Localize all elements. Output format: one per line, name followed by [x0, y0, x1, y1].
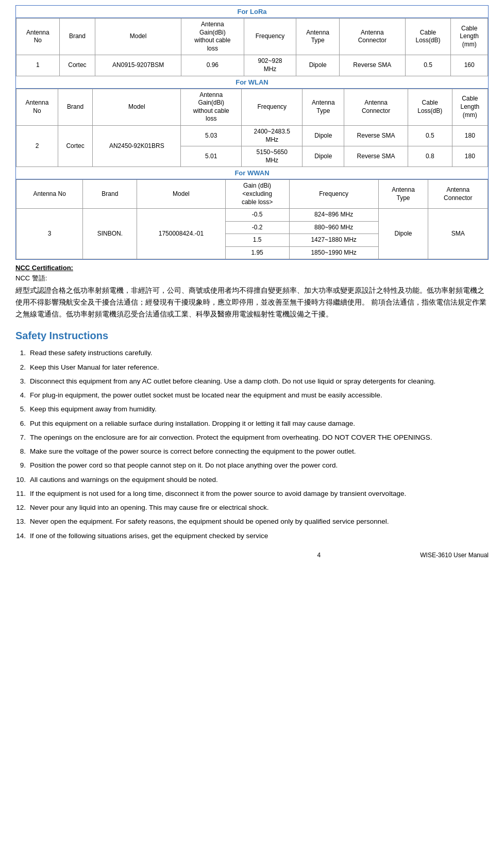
col-brand: Brand [59, 19, 95, 55]
ncc-warning-title: NCC 警語: [15, 274, 489, 283]
wlan-connector-2: Reverse SMA [344, 146, 408, 167]
wwan-col-model: Model [137, 180, 225, 209]
lora-connector: Reverse SMA [340, 55, 406, 76]
safety-list-item: 7.The openings on the enclosure are for … [15, 432, 489, 443]
ncc-title: NCC Certification: [15, 264, 489, 272]
safety-list-item: 8.Make sure the voltage of the power sou… [15, 446, 489, 457]
wlan-col-type: AntennaType [303, 89, 344, 125]
wlan-brand: Cortec [58, 125, 92, 166]
ncc-text: 經型式認證合格之低功率射頻電機，非經許可，公司、商號或使用者均不得擅自變更頻率、… [15, 285, 489, 321]
safety-item-text: Never open the equipment. For safety rea… [30, 516, 489, 527]
safety-item-num: 9. [15, 460, 30, 471]
col-frequency: Frequency [244, 19, 296, 55]
wlan-gain-2: 5.01 [181, 146, 242, 167]
wwan-col-brand: Brand [83, 180, 137, 209]
wwan-model: 1750008424.-01 [137, 209, 225, 259]
lora-header: For LoRa [16, 6, 488, 18]
antenna-tables: For LoRa AntennaNo Brand Model AntennaGa… [15, 5, 489, 260]
wwan-frequency-2: 880~960 MHz [289, 221, 378, 234]
safety-item-text: Read these safety instructions carefully… [30, 348, 489, 358]
safety-item-text: Keep this User Manual for later referenc… [30, 362, 489, 373]
wlan-no: 2 [16, 125, 58, 166]
page-footer: 4 WISE-3610 User Manual [15, 552, 489, 559]
wlan-table: AntennaNo Brand Model AntennaGain(dBi)wi… [16, 89, 488, 168]
lora-cable-length: 160 [451, 55, 488, 76]
wlan-cable-loss-2: 0.8 [408, 146, 452, 167]
safety-item-num: 13. [15, 516, 30, 527]
wlan-row-1: 2 Cortec AN2450-92K01BRS 5.03 2400~2483.… [16, 125, 488, 146]
lora-row-1: 1 Cortec AN0915-9207BSM 0.96 902~928MHz … [16, 55, 488, 76]
wwan-gain-1: -0.5 [225, 209, 289, 222]
safety-item-text: Put this equipment on a reliable surface… [30, 419, 489, 429]
safety-item-num: 3. [15, 376, 30, 387]
col-cable-loss: CableLoss(dB) [405, 19, 451, 55]
lora-cable-loss: 0.5 [405, 55, 451, 76]
wwan-brand: SINBON. [83, 209, 137, 259]
wlan-col-cable-length: CableLength(mm) [452, 89, 488, 125]
lora-no: 1 [16, 55, 60, 76]
lora-model: AN0915-9207BSM [95, 55, 181, 76]
safety-item-text: Never pour any liquid into an opening. T… [30, 503, 489, 513]
col-antenna-connector: AntennaConnector [340, 19, 406, 55]
wlan-frequency-2: 5150~5650MHz [242, 146, 303, 167]
safety-item-text: If one of the following situations arise… [30, 531, 489, 541]
safety-item-text: The openings on the enclosure are for ai… [30, 432, 489, 443]
safety-item-num: 11. [15, 489, 30, 499]
wlan-cable-length-1: 180 [452, 125, 488, 146]
wwan-connector: SMA [428, 209, 488, 259]
wlan-col-antenna-no: AntennaNo [16, 89, 58, 125]
wwan-frequency-1: 824~896 MHz [289, 209, 378, 222]
page-number: 4 [218, 552, 421, 559]
safety-list-item: 10.All cautions and warnings on the equi… [15, 475, 489, 485]
wlan-type-1: Dipole [303, 125, 344, 146]
safety-list-item: 14.If one of the following situations ar… [15, 531, 489, 541]
wwan-col-type: AntennaType [378, 180, 428, 209]
safety-item-num: 1. [15, 348, 30, 358]
wwan-table: Antenna No Brand Model Gain (dBi)<exclud… [16, 179, 488, 259]
safety-item-text: For plug-in equipment, the power outlet … [30, 390, 489, 401]
wwan-col-gain: Gain (dBi)<excludingcable loss> [225, 180, 289, 209]
safety-item-num: 12. [15, 503, 30, 513]
lora-gain: 0.96 [181, 55, 244, 76]
wlan-col-connector: AntennaConnector [344, 89, 408, 125]
safety-list-item: 6.Put this equipment on a reliable surfa… [15, 419, 489, 429]
safety-list-item: 9.Position the power cord so that people… [15, 460, 489, 471]
col-antenna-no: AntennaNo [16, 19, 60, 55]
safety-list: 1.Read these safety instructions careful… [15, 348, 489, 541]
safety-list-item: 3.Disconnect this equipment from any AC … [15, 376, 489, 387]
wlan-gain-1: 5.03 [181, 125, 242, 146]
safety-list-item: 5.Keep this equipment away from humidity… [15, 404, 489, 414]
wlan-col-gain: AntennaGain(dBi)without cableloss [181, 89, 242, 125]
safety-item-num: 5. [15, 404, 30, 414]
wlan-col-model: Model [93, 89, 181, 125]
safety-list-item: 2.Keep this User Manual for later refere… [15, 362, 489, 373]
lora-frequency: 902~928MHz [244, 55, 296, 76]
wwan-header: For WWAN [16, 167, 488, 179]
safety-list-item: 13.Never open the equipment. For safety … [15, 516, 489, 527]
lora-table: AntennaNo Brand Model AntennaGain(dBi)wi… [16, 18, 488, 76]
safety-item-text: If the equipment is not used for a long … [30, 489, 489, 499]
wlan-model: AN2450-92K01BRS [93, 125, 181, 166]
wwan-col-frequency: Frequency [289, 180, 378, 209]
safety-item-text: Make sure the voltage of the power sourc… [30, 446, 489, 457]
page-wrapper: For LoRa AntennaNo Brand Model AntennaGa… [15, 5, 489, 559]
wwan-type: Dipole [378, 209, 428, 259]
safety-list-item: 1.Read these safety instructions careful… [15, 348, 489, 358]
doc-title: WISE-3610 User Manual [420, 552, 489, 559]
wlan-cable-length-2: 180 [452, 146, 488, 167]
wwan-frequency-3: 1427~1880 MHz [289, 234, 378, 247]
col-antenna-type: AntennaType [296, 19, 340, 55]
safety-section: Safety Instructions 1.Read these safety … [15, 330, 489, 541]
wlan-col-cable-loss: CableLoss(dB) [408, 89, 452, 125]
wlan-col-frequency: Frequency [242, 89, 303, 125]
wwan-gain-3: 1.5 [225, 234, 289, 247]
safety-list-item: 12.Never pour any liquid into an opening… [15, 503, 489, 513]
wlan-col-brand: Brand [58, 89, 92, 125]
wlan-frequency-1: 2400~2483.5MHz [242, 125, 303, 146]
safety-item-text: Keep this equipment away from humidity. [30, 404, 489, 414]
col-model: Model [95, 19, 181, 55]
col-cable-length: CableLength(mm) [451, 19, 488, 55]
wwan-gain-4: 1.95 [225, 246, 289, 259]
ncc-section: NCC Certification: NCC 警語: 經型式認證合格之低功率射頻… [15, 264, 489, 321]
lora-type: Dipole [296, 55, 340, 76]
